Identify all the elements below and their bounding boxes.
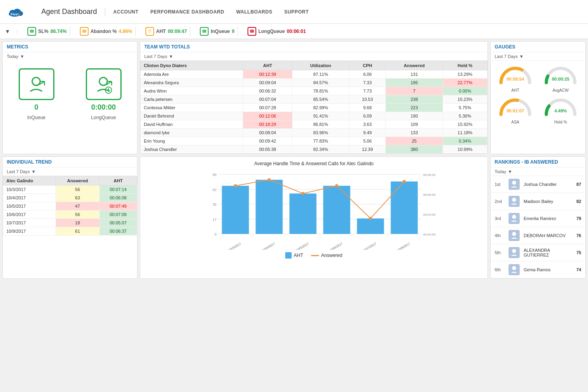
table-row: Audra Winn 00:06:32 78.81% 7.73 7 0.00% [141,87,487,95]
legend-answered: Answered [311,252,342,259]
metrics-dropdown[interactable]: Today ▼ [3,52,137,60]
row-aht: 00:08:04 [243,129,292,137]
col-aht: AHT [243,61,292,70]
svg-text:10/3/2017: 10/3/2017 [228,242,242,250]
inqueue-metric-icon [19,68,54,100]
trend-aht: 00:06:08 [99,194,137,202]
row-name: Alexandra Segura [141,79,243,87]
rankings-header: RANKINGS - IB ANSWERED [491,157,585,168]
row-cph: 7.73 [349,87,386,95]
list-item: 10/7/2017 18 00:05:07 [3,219,137,227]
trend-answered: 56 [56,185,99,194]
svg-text:Five: Five [11,12,18,16]
inqueue-metric-value: 0 [34,103,38,112]
longqueue-metric-label: LongQueue [91,115,116,120]
svg-point-40 [512,266,516,270]
rank-score: 82 [576,199,581,204]
line-dot [369,217,372,220]
longqueue-value: 00:06:01 [287,29,306,34]
abandon-icon: ☎ [80,27,89,36]
inqueue-metric-label: InQueue [27,115,45,120]
rank-name: Joshua Chandler [524,182,573,187]
gauge-aht: 00:08:54 AHT [495,65,536,93]
row-answered: 7 [386,87,443,95]
chart-svg: 01735526900:09:0000:06:0000:03:0000:00:0… [144,170,484,250]
trend-col-answered: Answered [56,176,99,185]
svg-text:17: 17 [213,218,217,222]
rankings-list: 1st Joshua Chandler 87 2nd Madison Baile… [491,176,585,278]
gauges-panel: GAUGES Last 7 Days ▼ 00:08:54 AHT 00:00:… [490,41,586,154]
svg-point-37 [512,215,516,219]
svg-text:00:01:07: 00:01:07 [507,108,524,113]
row-aht: 00:09:42 [243,137,292,145]
gauge-label-0: AHT [511,88,519,93]
rank-position: 3rd [495,216,505,221]
row-util: 78.81% [292,87,349,95]
row-hold: 5.30% [443,112,487,120]
row-util: 83.96% [292,129,349,137]
individual-dropdown[interactable]: Last 7 Days ▼ [3,168,137,176]
svg-text:00:00:25: 00:00:25 [552,77,569,81]
row-name: David Huffman [141,120,243,129]
row-answered: 380 [386,145,443,154]
trend-aht: 00:05:07 [99,219,137,227]
row-aht: 00:18:29 [243,120,292,129]
trend-date: 10/7/2017 [3,219,56,227]
abandon-label: Abandon % [91,29,117,34]
row-aht: 00:09:04 [243,79,292,87]
row-hold: 22.77% [443,79,487,87]
col-answered: Answered [386,61,443,70]
status-inqueue: ☎ InQueue 9 [197,26,238,37]
row-util: 77.83% [292,137,349,145]
gauge-label-3: Hold % [554,120,567,124]
nav-wallboards[interactable]: WALLBOARDS [236,9,272,15]
row-util: 91.41% [292,112,349,120]
gauges-header: GAUGES [491,42,585,52]
row-hold: 15.92% [443,120,487,129]
bar [391,182,418,234]
trend-table: Alec Galindo Answered AHT 10/3/2017 56 0… [3,176,137,236]
trend-answered: 61 [56,227,99,236]
col-hold: Hold % [443,61,487,70]
row-name: Erin Young [141,137,243,145]
row-util: 85.54% [292,95,349,104]
svg-text:35: 35 [213,203,217,207]
row-hold: 0.34% [443,137,487,145]
main-content: METRICS Today ▼ 0 InQueue [0,39,588,281]
row-name: Ademola Are [141,70,243,79]
row-answered: 25 [386,137,443,145]
bar [323,186,350,234]
rank-avatar [509,264,520,275]
individual-header: INDIVIDUAL TREND [3,157,137,168]
row-name: Audra Winn [141,87,243,95]
aht-icon: ⏱ [145,27,154,36]
row-cph: 9.68 [349,104,386,112]
bar [357,218,384,234]
row-util: 84.57% [292,79,349,87]
svg-text:4.49%: 4.49% [554,108,567,113]
nav-account[interactable]: ACCOUNT [113,9,139,15]
trend-aht: 00:07:14 [99,185,137,194]
row-aht: 00:07:04 [243,95,292,104]
row-answered: 190 [386,112,443,120]
bar [256,180,283,234]
rank-score: 87 [576,182,581,187]
metrics-header: METRICS [3,42,137,52]
nav-performance[interactable]: PERFORMANCE DASHBOARD [151,9,224,15]
row-cph: 6.09 [349,112,386,120]
table-row: Contessa Milder 00:07:28 82.99% 9.68 223… [141,104,487,112]
nav-support[interactable]: SUPPORT [284,9,309,15]
gauges-dropdown[interactable]: Last 7 Days ▼ [491,52,585,61]
status-toggle[interactable]: ▼ [5,28,10,35]
row-cph: 3.63 [349,120,386,129]
gauge-avgacw: 00:00:25 AvgACW [540,65,581,93]
list-item: 10/4/2017 63 00:06:08 [3,194,137,202]
team-dropdown[interactable]: Last 7 Days ▼ [140,52,487,61]
rankings-dropdown[interactable]: Today ▼ [491,168,585,176]
gauge-label-1: AvgACW [553,88,569,93]
svg-text:10/6/2017: 10/6/2017 [329,242,344,250]
logo: Five 9 [8,6,25,18]
row-cph: 5.06 [349,137,386,145]
rank-avatar [509,247,520,258]
row-aht: 00:07:28 [243,104,292,112]
